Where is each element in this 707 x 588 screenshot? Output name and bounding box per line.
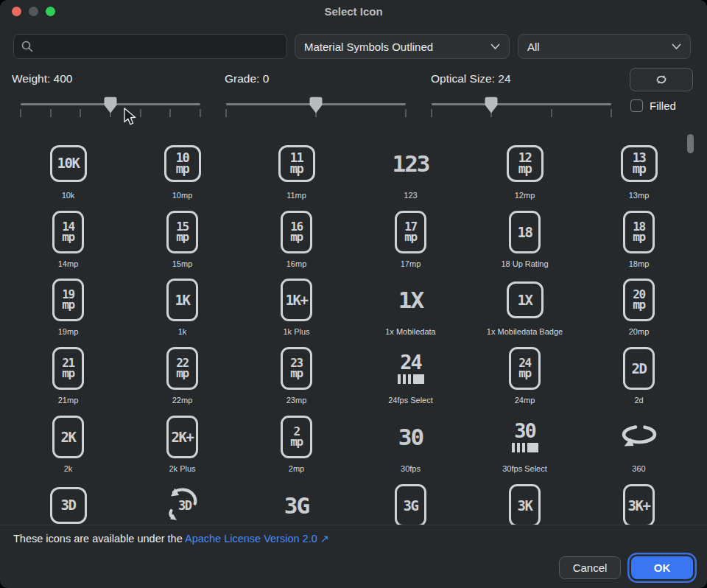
icon-glyph: 14mp: [52, 209, 84, 255]
icon-label: 18mp: [629, 259, 650, 268]
icon-cell-10k[interactable]: 10K10k: [11, 131, 125, 200]
icon-cell-123[interactable]: 123123: [354, 131, 468, 200]
weight-slider-thumb[interactable]: [104, 97, 117, 114]
icon-cell-2k-plus[interactable]: 2K+2k Plus: [125, 405, 239, 473]
icon-cell-30fps-select[interactable]: 3030fps Select: [468, 405, 582, 473]
icon-label: 19mp: [58, 327, 79, 336]
icon-cell-12mp[interactable]: 12mp12mp: [468, 131, 582, 200]
icon-cell[interactable]: 3D: [11, 473, 125, 525]
icon-cell-18-up-rating[interactable]: 1818 Up Rating: [468, 200, 582, 268]
icon-cell-1x-mobiledata-badge[interactable]: 1X1x Mobiledata Badge: [468, 268, 582, 337]
icon-glyph: 123: [393, 141, 429, 186]
icon-cell-24fps-select[interactable]: 2424fps Select: [354, 336, 468, 405]
icon-glyph: 3G: [284, 483, 309, 525]
license-note: These icons are available under the Apac…: [13, 533, 329, 545]
icon-label: 2k: [64, 464, 73, 473]
icon-cell[interactable]: 3G: [354, 473, 468, 525]
optical-slider-tick: [551, 109, 552, 117]
scrollbar-thumb[interactable]: [687, 134, 694, 153]
icon-cell-13mp[interactable]: 13mp13mp: [582, 131, 696, 200]
icon-cell-30fps[interactable]: 3030fps: [354, 405, 468, 473]
icon-glyph: 3G: [395, 483, 426, 525]
sync-icon: [654, 73, 669, 86]
icon-cell-1x-mobiledata[interactable]: 1X1x Mobiledata: [354, 268, 468, 337]
category-dropdown[interactable]: All: [518, 34, 691, 59]
weight-slider-tick: [20, 109, 21, 117]
weight-slider-tick: [80, 109, 81, 117]
footer: These icons are available under the Apac…: [0, 525, 707, 588]
apache-license-link[interactable]: Apache License Version 2.0 ↗: [185, 533, 329, 545]
icon-glyph: 22mp: [166, 346, 198, 391]
icon-label: 11mp: [286, 191, 306, 200]
optical-slider-thumb[interactable]: [485, 97, 498, 114]
icon-glyph: 23mp: [281, 346, 312, 391]
icon-cell-23mp[interactable]: 23mp23mp: [239, 336, 354, 405]
cancel-button[interactable]: Cancel: [559, 556, 621, 579]
icon-glyph: 2K+: [166, 414, 198, 460]
icon-label: 15mp: [172, 259, 193, 268]
icon-glyph: 11mp: [278, 141, 315, 186]
icon-cell-14mp[interactable]: 14mp14mp: [11, 200, 125, 268]
icon-cell-17mp[interactable]: 17mp17mp: [354, 200, 468, 268]
icon-label: 21mp: [58, 396, 79, 405]
icon-label: 22mp: [172, 396, 193, 405]
select-icon-dialog: Select Icon Material Symbols Outlined Al…: [0, 0, 707, 588]
grade-slider-thumb[interactable]: [309, 97, 323, 114]
icon-cell-2d[interactable]: 2D2d: [582, 336, 696, 405]
filled-checkbox[interactable]: [630, 99, 643, 112]
icon-cell-20mp[interactable]: 20mp20mp: [582, 268, 696, 337]
icon-label: 1x Mobiledata: [385, 327, 436, 336]
icon-cell-18mp[interactable]: 18mp18mp: [582, 200, 696, 268]
icon-cell-15mp[interactable]: 15mp15mp: [125, 200, 239, 268]
icon-glyph: 17mp: [395, 209, 426, 255]
icon-cell-1k-plus[interactable]: 1K+1k Plus: [239, 268, 354, 337]
icon-cell[interactable]: 3K: [468, 473, 582, 525]
icon-glyph: 21mp: [52, 346, 84, 391]
icon-glyph: 12mp: [507, 141, 544, 186]
icon-glyph: 3K+: [623, 483, 655, 525]
icon-glyph: 20mp: [623, 278, 655, 323]
optical-slider-track[interactable]: [432, 103, 611, 105]
icon-cell[interactable]: 3K+: [582, 473, 696, 525]
icon-label: 1k Plus: [283, 327, 309, 336]
weight-slider[interactable]: [21, 97, 200, 120]
icon-cell[interactable]: 3D: [125, 473, 239, 525]
refresh-button[interactable]: [630, 68, 693, 91]
icon-cell-11mp[interactable]: 11mp11mp: [239, 131, 354, 200]
icon-cell-21mp[interactable]: 21mp21mp: [11, 336, 125, 405]
icon-glyph: 1K+: [281, 278, 312, 323]
icon-label: 360: [632, 464, 645, 473]
icon-label: 16mp: [286, 259, 307, 268]
icon-cell-22mp[interactable]: 22mp22mp: [125, 336, 239, 405]
icon-glyph: 3D: [50, 483, 87, 525]
icon-cell-1k[interactable]: 1K1k: [125, 268, 239, 337]
icon-glyph: 15mp: [166, 209, 198, 255]
icon-label: 2k Plus: [169, 464, 195, 473]
icon-cell[interactable]: 3G: [239, 473, 354, 525]
icon-cell-360[interactable]: 360: [582, 405, 696, 473]
ok-button[interactable]: OK: [631, 556, 693, 579]
icon-label: 23mp: [286, 396, 307, 405]
optical-size-slider[interactable]: [432, 97, 611, 120]
icon-cell-2k[interactable]: 2K2k: [11, 405, 125, 473]
icon-glyph: 30: [512, 414, 538, 460]
search-input[interactable]: [39, 40, 279, 54]
icon-glyph: 19mp: [52, 278, 84, 323]
icon-glyph: 30: [398, 414, 423, 460]
icon-glyph: 16mp: [281, 209, 312, 255]
icon-glyph: 1K: [166, 278, 198, 323]
chevron-down-icon: [672, 43, 681, 50]
icon-cell-19mp[interactable]: 19mp19mp: [11, 268, 125, 337]
icon-cell-2mp[interactable]: 2mp2mp: [239, 405, 354, 473]
icon-label: 18 Up Rating: [501, 259, 548, 268]
icon-cell-24mp[interactable]: 24mp24mp: [468, 336, 582, 405]
search-field[interactable]: [13, 34, 287, 59]
weight-slider-tick: [50, 109, 52, 117]
optical-size-label: Optical Size: 24: [431, 72, 511, 85]
icon-label: 12mp: [515, 191, 535, 200]
icon-glyph: 2K: [52, 414, 84, 460]
icon-cell-16mp[interactable]: 16mp16mp: [239, 200, 354, 268]
grade-slider[interactable]: [226, 97, 406, 120]
font-dropdown[interactable]: Material Symbols Outlined: [295, 34, 510, 59]
icon-cell-10mp[interactable]: 10mp10mp: [125, 131, 239, 200]
